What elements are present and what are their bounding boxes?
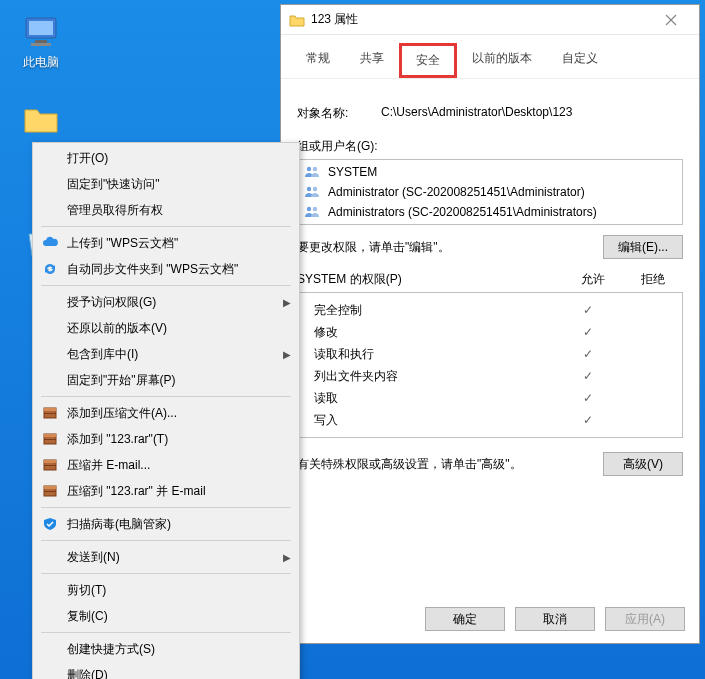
dialog-title: 123 属性 <box>311 11 651 28</box>
cancel-button[interactable]: 取消 <box>515 607 595 631</box>
svg-rect-8 <box>44 434 56 437</box>
permissions-label: SYSTEM 的权限(P) <box>297 271 563 288</box>
tab-bar: 常规共享安全以前的版本自定义 <box>281 35 699 79</box>
svg-point-19 <box>313 167 317 171</box>
desktop-icon-folder[interactable] <box>14 100 68 142</box>
dialog-content: 对象名称: C:\Users\Administrator\Desktop\123… <box>281 79 699 500</box>
ok-button[interactable]: 确定 <box>425 607 505 631</box>
permission-name: 完全控制 <box>302 302 558 319</box>
close-icon <box>665 14 677 26</box>
svg-point-23 <box>313 207 317 211</box>
object-name-label: 对象名称: <box>297 105 381 122</box>
context-menu-item[interactable]: 添加到压缩文件(A)... <box>33 400 299 426</box>
context-menu-item-label: 固定到"快速访问" <box>67 176 291 193</box>
chevron-right-icon: ▶ <box>283 297 291 308</box>
permission-row: 列出文件夹内容✓ <box>302 365 678 387</box>
tab-以前的版本[interactable]: 以前的版本 <box>457 43 547 78</box>
separator <box>41 396 291 397</box>
svg-rect-5 <box>44 408 56 411</box>
user-row[interactable]: Administrator (SC-202008251451\Administr… <box>300 182 680 202</box>
permission-row: 读取和执行✓ <box>302 343 678 365</box>
context-menu-item[interactable]: 还原以前的版本(V) <box>33 315 299 341</box>
context-menu-item[interactable]: 剪切(T) <box>33 577 299 603</box>
context-menu-item[interactable]: 压缩并 E-mail... <box>33 452 299 478</box>
blank-icon <box>39 293 61 311</box>
shield-icon <box>39 515 61 533</box>
separator <box>41 632 291 633</box>
sync-icon <box>39 260 61 278</box>
advanced-button[interactable]: 高级(V) <box>603 452 683 476</box>
context-menu-item[interactable]: 打开(O) <box>33 145 299 171</box>
context-menu-item-label: 上传到 "WPS云文档" <box>67 235 291 252</box>
svg-rect-6 <box>44 413 56 414</box>
users-listbox[interactable]: SYSTEMAdministrator (SC-202008251451\Adm… <box>297 159 683 225</box>
context-menu-item-label: 授予访问权限(G) <box>67 294 283 311</box>
context-menu-item[interactable]: 压缩到 "123.rar" 并 E-mail <box>33 478 299 504</box>
group-users-label: 组或用户名(G): <box>297 138 683 155</box>
user-row[interactable]: SYSTEM <box>300 162 680 182</box>
tab-自定义[interactable]: 自定义 <box>547 43 613 78</box>
tab-共享[interactable]: 共享 <box>345 43 399 78</box>
user-name: Administrator (SC-202008251451\Administr… <box>328 185 585 199</box>
apply-button[interactable]: 应用(A) <box>605 607 685 631</box>
context-menu-item-label: 复制(C) <box>67 608 291 625</box>
tab-安全[interactable]: 安全 <box>399 43 457 78</box>
rar-icon <box>39 404 61 422</box>
folder-icon <box>289 12 305 28</box>
permission-name: 修改 <box>302 324 558 341</box>
context-menu-item[interactable]: 固定到"快速访问" <box>33 171 299 197</box>
svg-rect-15 <box>44 491 56 492</box>
separator <box>41 285 291 286</box>
advanced-note: 有关特殊权限或高级设置，请单击"高级"。 <box>297 456 603 473</box>
allow-check: ✓ <box>558 369 618 383</box>
tab-常规[interactable]: 常规 <box>291 43 345 78</box>
close-button[interactable] <box>651 6 691 34</box>
svg-rect-2 <box>35 40 47 43</box>
separator <box>41 540 291 541</box>
allow-check: ✓ <box>558 347 618 361</box>
user-icon <box>304 184 322 200</box>
permission-row: 修改✓ <box>302 321 678 343</box>
context-menu-item[interactable]: 管理员取得所有权 <box>33 197 299 223</box>
user-row[interactable]: Administrators (SC-202008251451\Administ… <box>300 202 680 222</box>
desktop-icon-this-pc[interactable]: 此电脑 <box>14 12 68 71</box>
edit-button[interactable]: 编辑(E)... <box>603 235 683 259</box>
context-menu-item-label: 还原以前的版本(V) <box>67 320 291 337</box>
separator <box>41 226 291 227</box>
svg-point-21 <box>313 187 317 191</box>
svg-rect-9 <box>44 439 56 440</box>
blank-icon <box>39 319 61 337</box>
chevron-right-icon: ▶ <box>283 552 291 563</box>
svg-rect-14 <box>44 486 56 489</box>
rar-icon <box>39 456 61 474</box>
context-menu-item[interactable]: 添加到 "123.rar"(T) <box>33 426 299 452</box>
context-menu-item-label: 删除(D) <box>67 667 291 680</box>
allow-check: ✓ <box>558 413 618 427</box>
pc-icon <box>21 12 61 52</box>
blank-icon <box>39 371 61 389</box>
blank-icon <box>39 581 61 599</box>
context-menu-item-label: 管理员取得所有权 <box>67 202 291 219</box>
blank-icon <box>39 149 61 167</box>
user-icon <box>304 204 322 220</box>
svg-point-18 <box>307 167 311 171</box>
context-menu-item-label: 包含到库中(I) <box>67 346 283 363</box>
context-menu-item[interactable]: 自动同步文件夹到 "WPS云文档" <box>33 256 299 282</box>
titlebar[interactable]: 123 属性 <box>281 5 699 35</box>
separator <box>41 573 291 574</box>
context-menu-item-label: 创建快捷方式(S) <box>67 641 291 658</box>
properties-dialog: 123 属性 常规共享安全以前的版本自定义 对象名称: C:\Users\Adm… <box>280 4 700 644</box>
context-menu-item[interactable]: 复制(C) <box>33 603 299 629</box>
context-menu-item[interactable]: 包含到库中(I)▶ <box>33 341 299 367</box>
context-menu-item[interactable]: 发送到(N)▶ <box>33 544 299 570</box>
context-menu-item[interactable]: 授予访问权限(G)▶ <box>33 289 299 315</box>
context-menu-item[interactable]: 上传到 "WPS云文档" <box>33 230 299 256</box>
object-name-value: C:\Users\Administrator\Desktop\123 <box>381 105 683 122</box>
blank-icon <box>39 640 61 658</box>
permission-name: 写入 <box>302 412 558 429</box>
context-menu-item[interactable]: 创建快捷方式(S) <box>33 636 299 662</box>
context-menu-item[interactable]: 固定到"开始"屏幕(P) <box>33 367 299 393</box>
context-menu-item[interactable]: 删除(D) <box>33 662 299 679</box>
permissions-listbox[interactable]: 完全控制✓修改✓读取和执行✓列出文件夹内容✓读取✓写入✓ <box>297 292 683 438</box>
context-menu-item[interactable]: 扫描病毒(电脑管家) <box>33 511 299 537</box>
